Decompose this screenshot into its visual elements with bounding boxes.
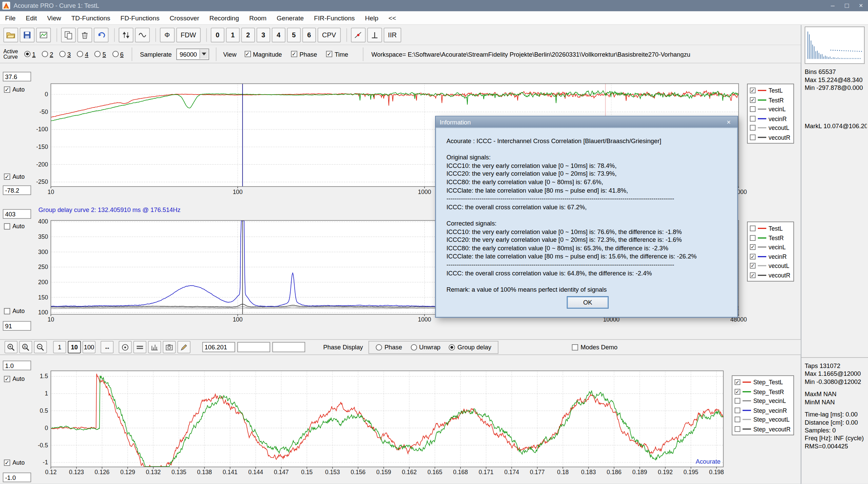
legend-checkbox[interactable]: ✓ [750,272,756,278]
legend-checkbox[interactable] [750,116,756,121]
active-curve-4-radio[interactable]: 4 [77,51,88,57]
view-phase-checkbox[interactable]: ✓Phase [291,51,317,57]
cursor-value3-input[interactable] [272,342,305,352]
menu-generate[interactable]: Generate [272,11,309,24]
active-curve-6-radio[interactable]: 6 [112,51,124,57]
top-chart-max-input[interactable] [3,72,31,81]
menu-fir-functions[interactable]: FIR-Functions [309,11,360,24]
menu-room[interactable]: Room [244,11,272,24]
samplerate-select[interactable]: 96000 [176,49,209,60]
menu-crossover[interactable]: Crossover [164,11,204,24]
edit-button[interactable] [177,341,190,353]
delete-curve-button[interactable] [77,27,92,42]
legend-checkbox[interactable] [750,125,756,131]
view-magnitude-checkbox[interactable]: ✓Magnitude [244,51,282,57]
modes-demo-checkbox[interactable]: Modes Demo [572,344,617,350]
top-chart-min-input[interactable] [3,186,31,195]
active-curve-1-radio[interactable]: 1 [24,51,36,57]
legend-checkbox[interactable]: ✓ [750,88,756,94]
menu-recording[interactable]: Recording [204,11,244,24]
copy-curve-button[interactable] [61,27,76,42]
mid-chart-max-input[interactable] [3,209,31,219]
impulse-response-thumbnail[interactable] [805,26,865,64]
snapshot-button[interactable] [163,341,176,353]
mid-chart-min-input[interactable] [3,321,31,331]
preset-2-button[interactable]: 2 [241,27,255,42]
dialog-close-icon[interactable]: × [724,118,733,126]
view-time-checkbox[interactable]: ✓Time [326,51,348,57]
zoom-1-button[interactable]: 1 [53,341,66,353]
preset-4-button[interactable]: 4 [272,27,285,42]
menu-edit[interactable]: Edit [21,11,42,24]
close-button[interactable]: × [854,0,868,11]
cursor-frequency-input[interactable] [202,342,235,352]
legend-checkbox[interactable] [750,107,756,112]
phase-option-unwrap[interactable]: Unwrap [411,344,440,350]
vertical-marker-button[interactable] [367,27,382,42]
mid-chart-auto-min-checkbox[interactable]: Auto [4,308,25,314]
preset-5-button[interactable]: 5 [287,27,301,42]
phase-option-group-delay[interactable]: Group delay [449,344,491,350]
zoom-out-button[interactable] [34,341,47,353]
legend-checkbox[interactable] [735,407,741,413]
cursor-value2-input[interactable] [237,342,270,352]
dialog-title-bar[interactable]: Information × [436,116,737,128]
menu-item[interactable]: << [383,11,401,24]
undo-button[interactable] [94,27,108,42]
preset-6-button[interactable]: 6 [302,27,316,42]
bottom-chart-max-input[interactable] [3,361,31,370]
phase-option-phase[interactable]: Phase [376,344,402,350]
minimize-button[interactable]: – [826,0,840,11]
phase-button[interactable]: Φ [160,27,175,42]
legend-checkbox[interactable]: ✓ [750,254,756,259]
channel-swap-button[interactable] [119,27,133,42]
legend-checkbox[interactable] [750,235,756,241]
mid-chart-auto-max-checkbox[interactable]: Auto [4,223,25,230]
legend-checkbox[interactable]: ✓ [750,244,756,250]
bottom-chart-auto-min-checkbox[interactable]: ✓Auto [4,459,25,466]
active-curve-3-radio[interactable]: 3 [59,51,71,57]
legend-checkbox[interactable] [750,226,756,231]
legend-checkbox[interactable] [735,417,741,423]
center-marker-button[interactable] [119,341,132,353]
legend-checkbox[interactable]: ✓ [750,97,756,103]
menu-view[interactable]: View [42,11,66,24]
active-curve-5-radio[interactable]: 5 [95,51,106,57]
top-chart-auto-max-checkbox[interactable]: ✓Auto [4,86,25,93]
fdw-button[interactable]: FDW [176,27,200,42]
target-curve-button[interactable] [351,27,365,42]
active-curve-2-radio[interactable]: 2 [42,51,53,57]
zoom-auto-button[interactable]: A [19,341,32,353]
menu-td-functions[interactable]: TD-Functions [66,11,115,24]
pan-button[interactable]: ↔ [101,341,114,353]
legend-checkbox[interactable]: ✓ [735,389,741,394]
menu-help[interactable]: Help [360,11,383,24]
legend-checkbox[interactable] [750,134,756,140]
zoom-100-button[interactable]: 100 [82,341,95,353]
test-signal-button[interactable] [135,27,150,42]
bottom-chart-auto-max-checkbox[interactable]: ✓Auto [4,375,25,382]
legend-checkbox[interactable]: ✓ [735,380,741,385]
parallel-lines-button[interactable] [133,341,146,353]
scale-button[interactable] [148,341,161,353]
ok-button[interactable]: OK [567,296,609,309]
cpv-button[interactable]: CPV [318,27,341,42]
legend-checkbox[interactable] [735,426,741,432]
preset-1-button[interactable]: 1 [226,27,240,42]
curve-manager-button[interactable] [36,27,51,42]
title-bar[interactable]: Acourate PRO - Curve 1: TestL – □ × [0,0,868,11]
menu-file[interactable]: File [0,11,21,24]
maximize-button[interactable]: □ [840,0,854,11]
preset-0-button[interactable]: 0 [211,27,224,42]
bottom-chart-min-input[interactable] [3,472,31,482]
preset-3-button[interactable]: 3 [257,27,270,42]
open-button[interactable] [3,27,18,42]
save-button[interactable] [20,27,34,42]
zoom-10-button[interactable]: 10 [68,341,81,353]
iir-button[interactable]: IIR [383,27,401,42]
legend-checkbox[interactable]: ✓ [750,263,756,269]
top-chart-auto-min-checkbox[interactable]: ✓Auto [4,173,25,180]
menu-fd-functions[interactable]: FD-Functions [115,11,164,24]
legend-checkbox[interactable] [735,398,741,404]
acourate-link[interactable]: Acourate [696,458,721,465]
